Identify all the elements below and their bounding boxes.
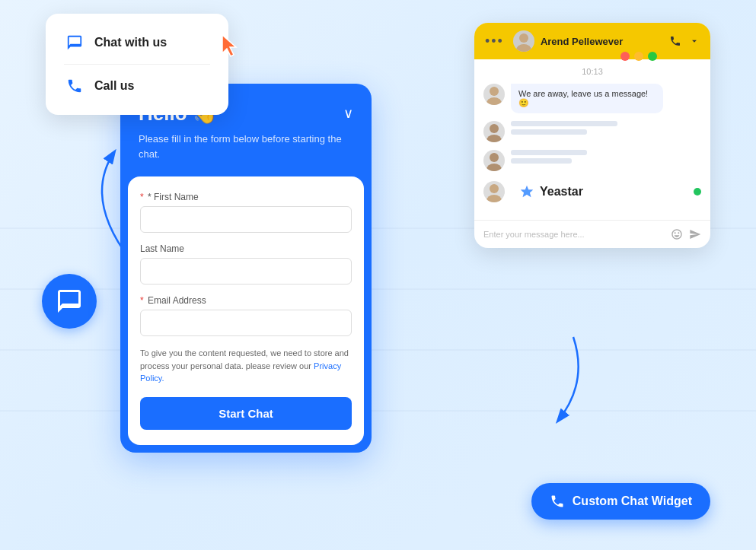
yeastar-logo: Yeastar: [511, 179, 591, 205]
chat-input-icons: [671, 228, 701, 240]
chevron-down-icon[interactable]: [689, 36, 700, 46]
phone-icon: [64, 75, 85, 97]
first-name-field: * * First Name: [140, 192, 352, 233]
away-message-bubble: We are away, leave us a message! 🙂: [511, 84, 663, 113]
custom-widget-label: Custom Chat Widget: [573, 494, 692, 508]
chat-icon: [64, 32, 85, 53]
email-input[interactable]: [140, 310, 352, 336]
yeastar-avatar: [483, 181, 505, 202]
dropdown-menu: Chat with us Call us: [46, 14, 228, 115]
message-row: We are away, leave us a message! 🙂: [483, 84, 701, 113]
svg-point-10: [486, 135, 502, 142]
yeastar-star-icon: [518, 183, 535, 200]
chat-window: ••• Arend Pellewever 10:13: [474, 23, 710, 248]
svg-point-11: [490, 153, 499, 162]
skeleton-lines-2: [511, 150, 587, 164]
chat-option[interactable]: Chat with us: [64, 26, 210, 65]
close-button[interactable]: [620, 52, 630, 61]
form-disclaimer: To give you the content requested, we ne…: [140, 347, 352, 385]
maximize-button[interactable]: [648, 52, 657, 61]
skeleton-row-1: [483, 121, 701, 142]
first-name-label: * * First Name: [140, 192, 352, 202]
yeastar-row: Yeastar: [483, 179, 701, 205]
svg-point-5: [519, 33, 528, 43]
agent-message-avatar: [483, 84, 505, 105]
svg-point-13: [490, 184, 499, 193]
phone-call-icon[interactable]: [669, 35, 681, 47]
email-field: * Email Address: [140, 295, 352, 336]
last-name-field: Last Name: [140, 243, 352, 285]
emoji-icon[interactable]: [671, 228, 683, 240]
chat-widget-panel: Hello 👋 Please fill in the form below be…: [120, 84, 372, 453]
chat-titlebar: ••• Arend Pellewever: [474, 23, 710, 59]
phone-icon-widget: [550, 494, 565, 509]
skeleton-avatar-1: [483, 121, 505, 142]
agent-name: Arend Pellewever: [541, 36, 663, 47]
chevron-down-icon[interactable]: ∨: [343, 105, 353, 122]
skeleton-row-2: [483, 150, 701, 171]
chat-messages-area: 10:13 We are away, leave us a message! 🙂: [474, 59, 710, 220]
svg-point-9: [490, 124, 499, 133]
skeleton-avatar-2: [483, 150, 505, 171]
chat-form: * * First Name Last Name * Email Address…: [128, 176, 364, 445]
email-label: * Email Address: [140, 295, 352, 306]
page-container: Chat with us Call us: [0, 0, 756, 550]
chat-bubble-button[interactable]: [42, 274, 97, 329]
svg-point-6: [516, 44, 531, 52]
call-option-label: Call us: [94, 79, 134, 93]
titlebar-actions: [669, 35, 700, 47]
chat-option-label: Chat with us: [94, 36, 167, 49]
chat-input-placeholder: Enter your message here...: [483, 230, 665, 239]
call-option[interactable]: Call us: [64, 69, 210, 103]
cursor-icon: [218, 33, 242, 58]
send-icon[interactable]: [689, 228, 701, 240]
arrow-right-curve: [512, 329, 604, 428]
message-timestamp: 10:13: [483, 67, 701, 76]
yeastar-brand-name: Yeastar: [540, 185, 583, 199]
last-name-input[interactable]: [140, 258, 352, 285]
custom-widget-button[interactable]: Custom Chat Widget: [531, 483, 710, 520]
chat-widget-subtitle: Please fill in the form below before sta…: [139, 132, 343, 161]
svg-point-12: [486, 164, 502, 171]
last-name-label: Last Name: [140, 243, 352, 254]
chat-input-area: Enter your message here...: [474, 220, 710, 248]
agent-avatar: [513, 30, 534, 52]
skeleton-lines-1: [511, 121, 617, 135]
start-chat-button[interactable]: Start Chat: [140, 397, 352, 430]
minimize-button[interactable]: [634, 52, 643, 61]
svg-point-14: [486, 195, 502, 202]
svg-point-8: [486, 97, 502, 105]
svg-point-7: [490, 87, 499, 96]
chat-bubble-svg: [56, 288, 83, 315]
online-status-dot: [694, 188, 701, 196]
titlebar-menu-dots[interactable]: •••: [485, 33, 504, 49]
first-name-input[interactable]: [140, 206, 352, 233]
traffic-lights: [620, 52, 657, 61]
